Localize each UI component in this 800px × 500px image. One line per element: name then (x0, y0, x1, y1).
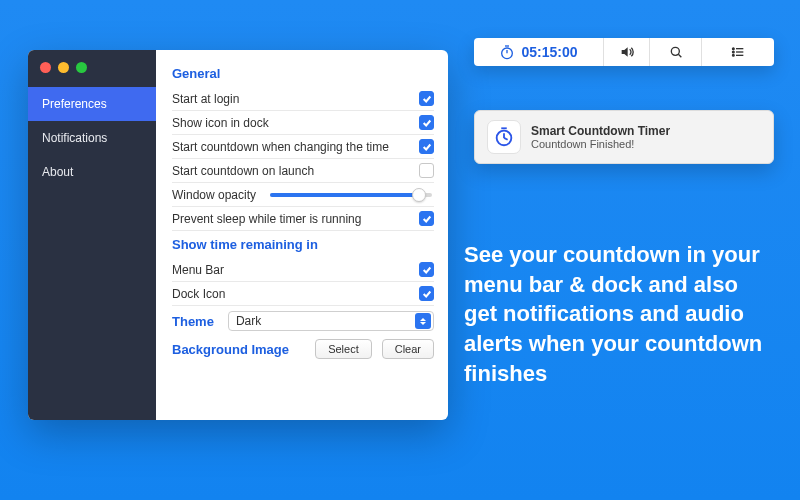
checkbox-prevent-sleep[interactable] (419, 211, 434, 226)
row-label: Start countdown on launch (172, 164, 314, 178)
close-window-button[interactable] (40, 62, 51, 73)
checkbox-menu-bar[interactable] (419, 262, 434, 277)
svg-point-8 (732, 51, 734, 53)
row-prevent-sleep: Prevent sleep while timer is running (172, 207, 434, 231)
row-label: Menu Bar (172, 263, 224, 277)
volume-icon (619, 44, 635, 60)
menubar-timer-text: 05:15:00 (521, 44, 577, 60)
app-icon (487, 120, 521, 154)
checkbox-start-on-launch[interactable] (419, 163, 434, 178)
zoom-window-button[interactable] (76, 62, 87, 73)
select-theme[interactable]: Dark (228, 311, 434, 331)
svg-point-6 (732, 48, 734, 50)
row-show-icon-dock: Show icon in dock (172, 111, 434, 135)
select-theme-value: Dark (236, 314, 261, 328)
row-start-at-login: Start at login (172, 87, 434, 111)
slider-thumb[interactable] (412, 188, 426, 202)
menubar-control-center[interactable] (702, 38, 774, 66)
section-header-theme: Theme (172, 314, 214, 329)
section-header-show-remaining: Show time remaining in (172, 237, 434, 252)
menubar-volume[interactable] (604, 38, 650, 66)
checkbox-start-on-time-change[interactable] (419, 139, 434, 154)
select-image-button[interactable]: Select (315, 339, 372, 359)
notification-subtitle: Countdown Finished! (531, 138, 670, 150)
row-background-image: Background Image Select Clear (172, 334, 434, 359)
section-header-background-image: Background Image (172, 342, 289, 357)
sidebar-item-about[interactable]: About (28, 155, 156, 189)
checkbox-show-icon-dock[interactable] (419, 115, 434, 130)
checkbox-start-at-login[interactable] (419, 91, 434, 106)
svg-line-14 (504, 138, 508, 140)
timer-app-icon (493, 126, 515, 148)
svg-marker-3 (621, 47, 627, 56)
row-label: Prevent sleep while timer is running (172, 212, 361, 226)
notification-title: Smart Countdown Timer (531, 124, 670, 138)
row-menu-bar: Menu Bar (172, 258, 434, 282)
checkbox-dock-icon[interactable] (419, 286, 434, 301)
clear-image-button[interactable]: Clear (382, 339, 434, 359)
row-start-on-launch: Start countdown on launch (172, 159, 434, 183)
row-theme: Theme Dark (172, 306, 434, 334)
row-label: Show icon in dock (172, 116, 269, 130)
minimize-window-button[interactable] (58, 62, 69, 73)
slider-fill (270, 193, 419, 197)
row-label: Start at login (172, 92, 239, 106)
stepper-caret-icon (415, 313, 431, 329)
preferences-window: Preferences Notifications About General … (28, 50, 448, 420)
preferences-content: General Start at login Show icon in dock… (156, 50, 448, 420)
row-dock-icon: Dock Icon (172, 282, 434, 306)
row-start-on-time-change: Start countdown when changing the time (172, 135, 434, 159)
window-traffic-lights (28, 60, 156, 87)
row-label: Window opacity (172, 188, 256, 202)
menubar-timer[interactable]: 05:15:00 (474, 38, 604, 66)
sidebar-item-preferences[interactable]: Preferences (28, 87, 156, 121)
list-icon (730, 44, 746, 60)
row-window-opacity: Window opacity (172, 183, 434, 207)
sidebar: Preferences Notifications About (28, 50, 156, 420)
menubar-spotlight[interactable] (650, 38, 702, 66)
sidebar-item-notifications[interactable]: Notifications (28, 121, 156, 155)
section-header-general: General (172, 66, 434, 81)
slider-window-opacity[interactable] (270, 193, 432, 197)
svg-point-0 (502, 48, 513, 59)
row-label: Start countdown when changing the time (172, 140, 389, 154)
search-icon (668, 44, 684, 60)
notification-text: Smart Countdown Timer Countdown Finished… (531, 124, 670, 150)
menubar-preview: 05:15:00 (474, 38, 774, 66)
svg-point-4 (671, 47, 679, 55)
promo-copy: See your countdown in your menu bar & do… (464, 240, 774, 388)
row-label: Dock Icon (172, 287, 225, 301)
svg-point-10 (732, 54, 734, 56)
svg-line-5 (678, 54, 681, 57)
notification-toast[interactable]: Smart Countdown Timer Countdown Finished… (474, 110, 774, 164)
stopwatch-icon (499, 44, 515, 60)
